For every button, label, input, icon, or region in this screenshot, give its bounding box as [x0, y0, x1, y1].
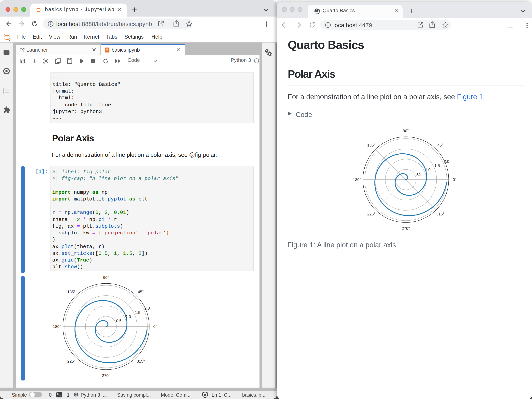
svg-text:1.5: 1.5	[135, 310, 140, 314]
svg-text:0.5: 0.5	[415, 172, 421, 176]
svg-text:135°: 135°	[367, 143, 375, 147]
svg-text:0°: 0°	[453, 178, 456, 182]
svg-text:1.0: 1.0	[125, 314, 131, 319]
svg-text:45°: 45°	[138, 289, 144, 294]
svg-text:135°: 135°	[67, 289, 76, 294]
svg-text:315°: 315°	[137, 359, 145, 363]
svg-text:315°: 315°	[436, 212, 444, 216]
svg-text:90°: 90°	[103, 275, 109, 279]
svg-text:90°: 90°	[403, 129, 409, 133]
svg-text:225°: 225°	[367, 212, 375, 216]
svg-text:225°: 225°	[67, 359, 76, 363]
svg-text:0.5: 0.5	[116, 319, 122, 323]
svg-text:45°: 45°	[437, 143, 443, 147]
svg-text:1.0: 1.0	[425, 168, 431, 172]
svg-text:180°: 180°	[53, 324, 61, 328]
svg-text:0°: 0°	[153, 324, 157, 328]
svg-text:2.0: 2.0	[444, 159, 449, 164]
svg-text:2.0: 2.0	[144, 306, 150, 310]
svg-text:1.5: 1.5	[434, 163, 440, 168]
svg-text:270°: 270°	[402, 226, 410, 231]
svg-text:270°: 270°	[102, 373, 110, 378]
svg-text:180°: 180°	[353, 178, 361, 182]
